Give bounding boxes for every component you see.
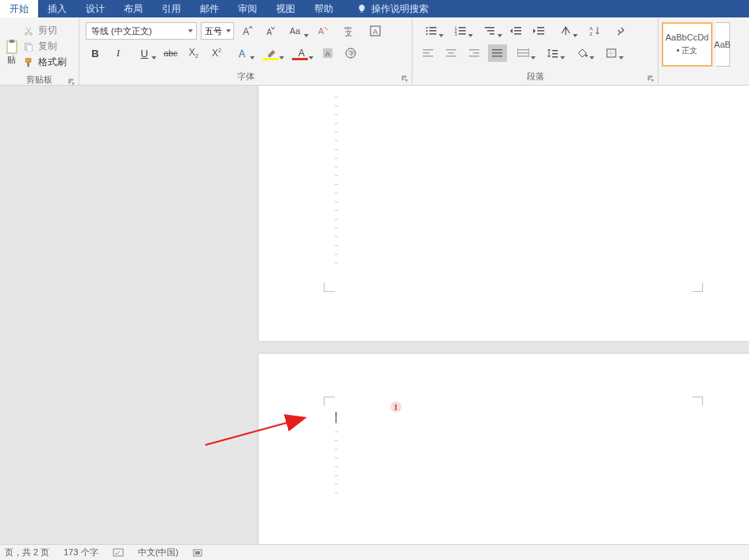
page-count-status[interactable]: 页，共 2 页 xyxy=(5,547,49,558)
svg-text:A: A xyxy=(239,48,245,59)
chevron-down-icon xyxy=(250,56,255,59)
tab-layout[interactable]: 布局 xyxy=(114,0,152,17)
font-size-select[interactable]: 五号 xyxy=(201,22,234,40)
subscript-button[interactable]: X2 xyxy=(184,44,203,62)
shrink-font-button[interactable]: A xyxy=(261,22,280,40)
shading-button[interactable] xyxy=(570,44,595,62)
char-shading-button[interactable]: A xyxy=(318,44,337,62)
text-effects-button[interactable]: A xyxy=(230,44,255,62)
font-dialog-launcher[interactable] xyxy=(401,75,409,82)
underline-button[interactable]: U xyxy=(132,44,157,62)
enclose-char-button[interactable]: 字 xyxy=(341,44,360,62)
spellcheck-status[interactable] xyxy=(113,548,124,558)
align-left-button[interactable] xyxy=(419,44,438,62)
document-area: I xyxy=(0,86,749,544)
tell-me-search[interactable]: 操作说明搜索 xyxy=(348,0,438,17)
clear-format-icon: A xyxy=(317,25,329,37)
numbering-button[interactable]: 123 xyxy=(448,22,474,40)
sort-button[interactable]: AZ xyxy=(582,22,608,40)
justify-button[interactable] xyxy=(488,44,507,62)
bold-button[interactable]: B xyxy=(86,44,105,62)
svg-rect-46 xyxy=(423,56,433,57)
svg-rect-0 xyxy=(7,41,17,53)
tab-help[interactable]: 帮助 xyxy=(305,0,343,17)
line-spacing-icon xyxy=(547,48,559,59)
font-color-swatch xyxy=(292,58,308,60)
style-normal[interactable]: AaBbCcDd • 正文 xyxy=(662,22,713,67)
chevron-down-icon xyxy=(573,34,578,37)
align-right-button[interactable] xyxy=(465,44,484,62)
language-status[interactable]: 中文(中国) xyxy=(138,547,179,558)
font-name-select[interactable]: 等线 (中文正文) xyxy=(86,22,197,40)
svg-text:3: 3 xyxy=(455,32,457,36)
italic-button[interactable]: I xyxy=(109,44,128,62)
chevron-down-icon xyxy=(279,56,284,59)
phonetic-icon: wén文 xyxy=(343,25,355,37)
svg-point-25 xyxy=(426,33,428,35)
paste-button[interactable]: 贴 xyxy=(5,21,19,69)
font-group: 等线 (中文正文) 五号 A A Aa A xyxy=(79,17,413,85)
change-case-button[interactable]: Aa xyxy=(284,22,309,40)
highlight-button[interactable] xyxy=(259,44,285,62)
clipboard-dialog-launcher[interactable] xyxy=(67,78,75,86)
decrease-indent-icon xyxy=(510,25,523,36)
svg-rect-36 xyxy=(514,27,521,29)
macro-status[interactable] xyxy=(193,548,204,558)
i-beam-cursor-icon: I xyxy=(390,401,401,412)
tab-design[interactable]: 设计 xyxy=(76,0,114,17)
show-marks-button[interactable] xyxy=(612,22,631,40)
font-color-button[interactable]: A xyxy=(289,44,314,62)
svg-rect-44 xyxy=(423,49,433,51)
page-2[interactable]: I xyxy=(259,354,749,544)
cut-button[interactable]: 剪切 xyxy=(24,24,67,37)
align-center-button[interactable] xyxy=(442,44,461,62)
word-count-status[interactable]: 173 个字 xyxy=(63,547,98,558)
tab-home[interactable]: 开始 xyxy=(0,0,38,17)
svg-rect-47 xyxy=(446,49,456,51)
borders-button[interactable] xyxy=(599,44,624,62)
svg-text:A: A xyxy=(373,28,378,36)
svg-rect-35 xyxy=(490,33,494,35)
svg-text:字: 字 xyxy=(348,50,355,57)
superscript-button[interactable]: X2 xyxy=(207,44,226,62)
char-border-button[interactable]: A xyxy=(366,22,385,40)
svg-rect-34 xyxy=(487,30,494,32)
distribute-button[interactable] xyxy=(511,44,536,62)
tab-insert[interactable]: 插入 xyxy=(38,0,76,17)
decrease-indent-button[interactable] xyxy=(507,22,526,40)
asian-layout-button[interactable] xyxy=(553,22,578,40)
multilevel-list-button[interactable] xyxy=(478,22,503,40)
svg-rect-54 xyxy=(492,52,502,54)
strikethrough-button[interactable]: abc xyxy=(161,44,180,62)
tab-references[interactable]: 引用 xyxy=(152,0,190,17)
svg-text:A: A xyxy=(325,50,330,58)
svg-rect-33 xyxy=(485,27,494,29)
svg-rect-59 xyxy=(517,48,518,57)
svg-point-23 xyxy=(426,30,428,32)
paragraph-dialog-launcher[interactable] xyxy=(647,75,655,82)
copy-button[interactable]: 复制 xyxy=(24,40,67,53)
increase-indent-button[interactable] xyxy=(530,22,549,40)
style-next[interactable]: AaB xyxy=(716,22,730,67)
phonetic-guide-button[interactable]: wén文 xyxy=(336,22,362,40)
svg-text:A: A xyxy=(267,28,272,36)
line-spacing-button[interactable] xyxy=(540,44,566,62)
tab-mailings[interactable]: 邮件 xyxy=(190,0,229,17)
format-painter-button[interactable]: 格式刷 xyxy=(24,56,67,69)
svg-rect-51 xyxy=(473,52,479,54)
tab-review[interactable]: 审阅 xyxy=(229,0,267,17)
pilcrow-icon xyxy=(615,25,628,37)
char-shading-icon: A xyxy=(321,47,334,59)
bullets-button[interactable] xyxy=(419,22,444,40)
margin-mark-icon xyxy=(324,397,335,406)
align-right-icon xyxy=(468,48,481,59)
align-center-icon xyxy=(445,48,458,59)
grow-font-button[interactable]: A xyxy=(238,22,257,40)
shrink-font-icon: A xyxy=(264,25,277,37)
svg-rect-32 xyxy=(459,33,466,35)
format-painter-label: 格式刷 xyxy=(38,56,67,69)
multilevel-icon xyxy=(484,25,497,36)
tab-view[interactable]: 视图 xyxy=(267,0,305,17)
clear-formatting-button[interactable]: A xyxy=(313,22,332,40)
page-1[interactable] xyxy=(259,86,749,341)
